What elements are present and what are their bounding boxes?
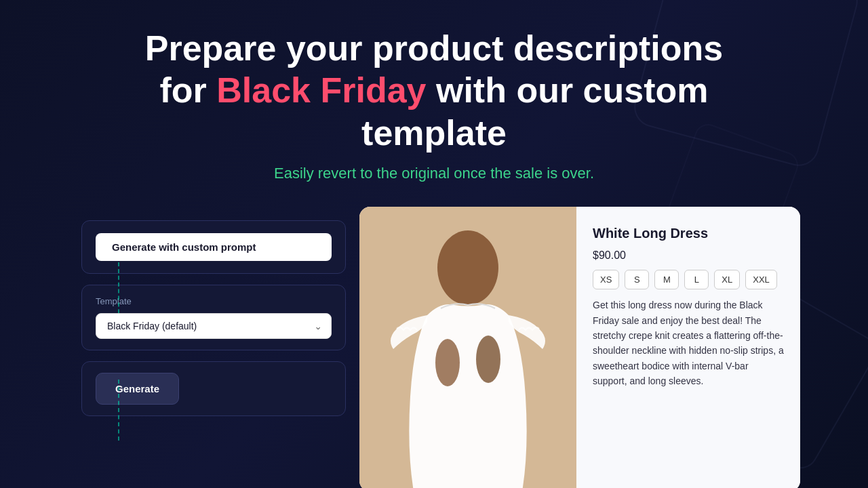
svg-point-1 [437,230,498,305]
product-preview-card: White Long Dress $90.00 XSSMLXLXXL Get t… [359,207,800,488]
dress-svg [359,207,576,488]
product-name: White Long Dress [593,226,784,241]
left-controls-panel: Generate with custom prompt Template Bla… [68,214,359,423]
generate-custom-prompt-button[interactable]: Generate with custom prompt [96,233,332,261]
main-headline: Prepare your product descriptions for Bl… [112,27,756,154]
template-select-wrapper: Black Friday (default) Custom Standard [96,313,332,339]
size-option-l[interactable]: L [684,270,709,289]
template-selector-card: Template Black Friday (default) Custom S… [81,285,346,350]
headline-highlight: Black Friday [216,70,426,110]
svg-point-2 [435,339,460,386]
size-option-xxl[interactable]: XXL [745,270,777,289]
headline-prefix: for [159,70,216,110]
product-details-panel: White Long Dress $90.00 XSSMLXLXXL Get t… [576,207,800,488]
headline-line1: Prepare your product descriptions [145,28,723,68]
product-description: Get this long dress now during the Black… [593,298,784,472]
subheadline: Easily revert to the original once the s… [274,165,594,182]
size-option-xs[interactable]: XS [593,270,619,289]
size-option-xl[interactable]: XL [714,270,740,289]
size-options-group: XSSMLXLXXL [593,270,784,289]
template-dropdown[interactable]: Black Friday (default) Custom Standard [96,313,332,339]
product-image [359,207,576,488]
product-price: $90.00 [593,249,784,262]
generate-button[interactable]: Generate [96,373,179,405]
generate-button-card: Generate [81,361,346,416]
size-option-s[interactable]: S [625,270,649,289]
custom-prompt-card: Generate with custom prompt [81,220,346,274]
template-label: Template [96,296,332,306]
headline-line2: for Black Friday with our custom templat… [159,70,708,152]
svg-point-3 [476,336,500,383]
main-content-area: Generate with custom prompt Template Bla… [61,207,807,488]
size-option-m[interactable]: M [654,270,679,289]
